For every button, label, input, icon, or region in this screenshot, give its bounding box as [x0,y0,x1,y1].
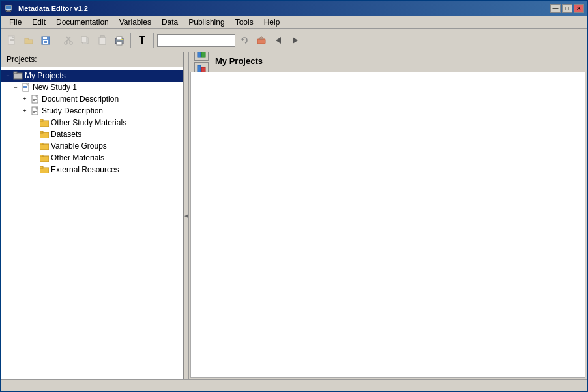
toolbar-sep-1 [57,33,57,48]
projects-label: Projects: [1,52,183,67]
svg-rect-7 [10,40,14,41]
close-button[interactable]: ✕ [574,4,584,13]
svg-rect-36 [23,86,27,87]
minimize-button[interactable]: — [550,4,561,13]
svg-rect-18 [81,37,87,42]
tree-label-other-materials: Other Materials [51,153,104,162]
print-button[interactable] [111,33,127,48]
svg-rect-50 [40,119,43,121]
tree-label-variable-groups: Variable Groups [51,142,107,151]
copy-button[interactable] [78,33,93,48]
app-icon [4,3,14,14]
svg-rect-33 [14,74,22,78]
svg-rect-46 [33,110,36,110]
study-description-icon [30,106,40,116]
svg-point-15 [65,42,67,44]
new-button[interactable] [4,33,20,48]
search-input[interactable] [157,34,235,47]
other-materials-icon [39,153,50,163]
tree-item-document-description[interactable]: + Document Description [1,93,183,105]
svg-rect-27 [257,39,265,44]
tree-item-datasets[interactable]: + Datasets [1,128,183,140]
right-header: My Projects [189,52,587,70]
tree-item-new-study[interactable]: − New Study 1 [1,82,183,93]
menu-data[interactable]: Data [156,16,183,28]
expand-my-projects[interactable]: − [4,72,12,80]
toolbar-sep-2 [130,33,131,48]
svg-marker-26 [242,38,244,41]
main-window: Metadata Editor v1.2 — □ ✕ File Edit Doc… [0,0,588,392]
tree-item-variable-groups[interactable]: + Variable Groups [1,140,183,152]
tree-label-datasets: Datasets [51,130,81,139]
menu-tools[interactable]: Tools [230,16,259,28]
new-study-icon [21,82,31,93]
menubar: File Edit Documentation Variables Data P… [1,16,587,29]
svg-rect-6 [10,39,14,40]
paste-button[interactable] [95,33,110,48]
tree-item-other-materials[interactable]: + Other Materials [1,152,183,164]
menu-documentation[interactable]: Documentation [51,16,114,28]
tree-item-other-study-materials[interactable]: + Other Study Materials [1,117,183,128]
title-bar-left: Metadata Editor v1.2 [4,3,88,14]
svg-rect-3 [6,6,11,9]
tree-container: − My Projects − [1,67,183,379]
clear-button[interactable] [254,33,269,48]
maximize-button[interactable]: □ [562,4,572,13]
svg-rect-38 [23,89,26,89]
tree-item-my-projects[interactable]: − My Projects [1,70,183,82]
svg-rect-12 [44,41,47,43]
svg-rect-8 [10,42,12,42]
menu-file[interactable]: File [4,16,27,28]
svg-rect-41 [33,98,36,98]
tree-label-new-study: New Study 1 [33,83,77,92]
right-tool-btn-1[interactable] [194,52,209,61]
back-button[interactable] [271,33,286,48]
menu-help[interactable]: Help [259,16,286,28]
toolbar-sep-3 [153,33,154,48]
svg-rect-52 [40,131,43,133]
other-study-materials-icon [39,117,50,128]
datasets-icon [39,129,50,140]
svg-rect-59 [198,52,201,57]
undo-button[interactable] [237,33,252,48]
save-button[interactable] [38,33,53,48]
tree-label-other-study-materials: Other Study Materials [51,118,126,127]
expand-new-study[interactable]: − [12,83,20,91]
menu-variables[interactable]: Variables [114,16,156,28]
text-format-button[interactable]: T [134,33,150,48]
window-controls: — □ ✕ [550,4,584,13]
external-resources-icon [39,164,50,175]
svg-rect-24 [117,42,122,45]
status-bar [1,379,587,391]
my-projects-icon [13,70,23,81]
svg-rect-2 [6,11,11,12]
cut-button[interactable] [61,33,76,48]
forward-button[interactable] [287,33,303,48]
svg-marker-30 [293,37,298,44]
svg-rect-48 [33,112,35,113]
tree-label-document-description: Document Description [42,95,119,104]
tree-item-study-description[interactable]: + Study Description [1,105,183,117]
tree-label-study-description: Study Description [42,106,103,115]
svg-point-25 [121,39,123,40]
document-description-icon [30,94,40,104]
left-panel: Projects: − My Projects [1,52,184,379]
toolbar: T [1,29,587,52]
svg-rect-23 [117,37,122,40]
menu-edit[interactable]: Edit [27,16,51,28]
tree-label-external-resources: External Resources [51,165,119,174]
svg-rect-21 [100,36,104,38]
menu-publishing[interactable]: Publishing [183,16,229,28]
panel-splitter[interactable]: ◄ [184,52,189,379]
svg-rect-32 [14,72,17,74]
expand-study-desc[interactable]: + [21,107,29,115]
expand-doc-desc[interactable]: + [21,95,29,103]
svg-point-16 [70,42,72,44]
svg-rect-10 [43,37,47,39]
svg-rect-58 [40,166,43,168]
title-bar: Metadata Editor v1.2 — □ ✕ [1,1,587,16]
open-button[interactable] [21,33,37,48]
right-panel: My Projects [189,52,587,379]
right-content-area [190,72,585,378]
tree-item-external-resources[interactable]: + External Resources [1,164,183,175]
